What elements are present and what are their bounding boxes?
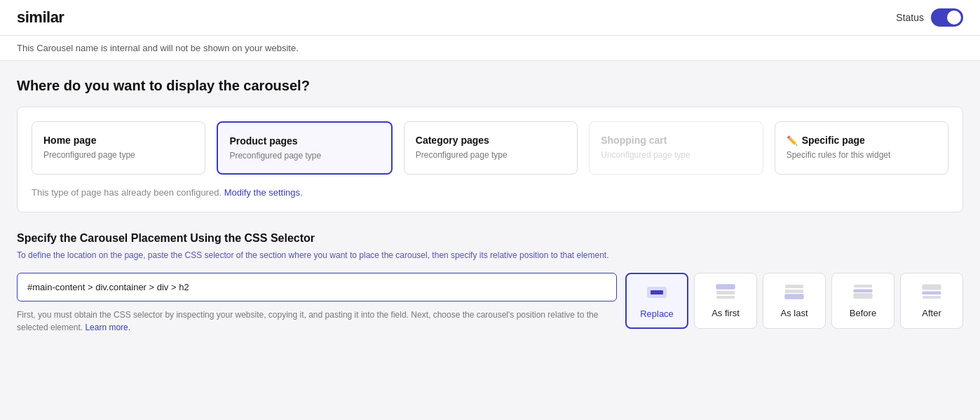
page-card-title-category: Category pages: [416, 135, 566, 146]
logo: similar: [17, 8, 64, 27]
svg-rect-5: [785, 285, 803, 288]
position-btn-as-last[interactable]: As last: [763, 273, 826, 329]
svg-rect-12: [923, 292, 941, 294]
page-card-title-cart: Shopping cart: [601, 135, 751, 146]
position-btn-after[interactable]: After: [900, 273, 963, 329]
css-selector-input[interactable]: [17, 273, 617, 302]
status-toggle[interactable]: [931, 8, 963, 27]
page-cards-container: Home pagePreconfigured page typeProduct …: [17, 107, 963, 212]
svg-rect-9: [854, 290, 872, 292]
position-btn-label-after: After: [922, 308, 941, 318]
placement-section: Specify the Carousel Placement Using the…: [17, 232, 963, 334]
svg-rect-3: [716, 291, 735, 294]
page-card-title-text-home: Home page: [43, 135, 96, 146]
css-input-hint: First, you must obtain the CSS selector …: [17, 309, 617, 334]
page-title: Where do you want to display the carouse…: [17, 78, 963, 94]
svg-rect-10: [854, 294, 872, 299]
position-btn-label-before: Before: [850, 308, 876, 318]
page-card-title-text-specific: Specific page: [802, 135, 865, 146]
as-first-icon: [715, 283, 736, 302]
after-icon: [921, 283, 942, 302]
position-btn-as-first[interactable]: As first: [694, 273, 757, 329]
svg-rect-13: [923, 296, 941, 299]
page-card-title-home: Home page: [43, 135, 193, 146]
before-icon: [852, 283, 873, 302]
placement-desc: To define the location on the page, past…: [17, 250, 963, 260]
already-configured-message: This type of page has already been confi…: [32, 187, 948, 198]
main-content: Where do you want to display the carouse…: [0, 61, 980, 351]
svg-rect-6: [785, 290, 803, 293]
page-card-cart: Shopping cartUnconfigured page type: [589, 121, 763, 175]
position-btn-before[interactable]: Before: [831, 273, 894, 329]
position-btn-label-as-last: As last: [780, 308, 808, 318]
replace-icon: [646, 284, 667, 303]
page-card-sub-product: Preconfigured page type: [229, 151, 379, 161]
page-card-category[interactable]: Category pagesPreconfigured page type: [404, 121, 578, 175]
modify-settings-link[interactable]: Modify the settings.: [224, 187, 303, 198]
page-card-product[interactable]: Product pagesPreconfigured page type: [217, 121, 392, 175]
position-btn-replace[interactable]: Replace: [625, 273, 688, 329]
pencil-icon: ✏️: [787, 135, 798, 146]
subtitle-bar: This Carousel name is internal and will …: [0, 36, 980, 61]
css-input-area: First, you must obtain the CSS selector …: [17, 273, 617, 334]
svg-rect-1: [651, 290, 663, 294]
svg-rect-2: [716, 285, 735, 289]
position-btn-label-as-first: As first: [712, 308, 740, 318]
placement-row: First, you must obtain the CSS selector …: [17, 273, 963, 334]
page-card-title-specific: ✏️Specific page: [787, 135, 937, 146]
svg-rect-8: [854, 285, 872, 287]
page-card-title-text-cart: Shopping cart: [601, 135, 667, 146]
status-label: Status: [896, 12, 924, 23]
page-card-sub-cart: Unconfigured page type: [601, 150, 751, 160]
already-configured-text: This type of page has already been confi…: [32, 187, 222, 198]
position-btn-label-replace: Replace: [640, 309, 674, 319]
page-card-home[interactable]: Home pagePreconfigured page type: [32, 121, 205, 175]
page-card-sub-specific: Specific rules for this widget: [787, 150, 937, 160]
page-card-title-product: Product pages: [229, 135, 379, 147]
svg-rect-11: [923, 285, 941, 290]
page-card-title-text-product: Product pages: [229, 135, 297, 147]
page-card-specific[interactable]: ✏️Specific pageSpecific rules for this w…: [775, 121, 948, 175]
learn-more-link[interactable]: Learn more.: [85, 323, 130, 332]
top-bar: similar Status: [0, 0, 980, 36]
svg-rect-4: [716, 296, 735, 299]
svg-rect-7: [785, 294, 803, 299]
placement-title: Specify the Carousel Placement Using the…: [17, 232, 963, 245]
page-cards: Home pagePreconfigured page typeProduct …: [32, 121, 948, 175]
page-card-sub-home: Preconfigured page type: [43, 150, 193, 160]
subtitle-text: This Carousel name is internal and will …: [17, 43, 299, 53]
page-card-title-text-category: Category pages: [416, 135, 489, 146]
page-card-sub-category: Preconfigured page type: [416, 150, 566, 160]
position-buttons: Replace As first As last Before After: [625, 273, 963, 329]
as-last-icon: [784, 283, 805, 302]
status-area: Status: [896, 8, 963, 27]
